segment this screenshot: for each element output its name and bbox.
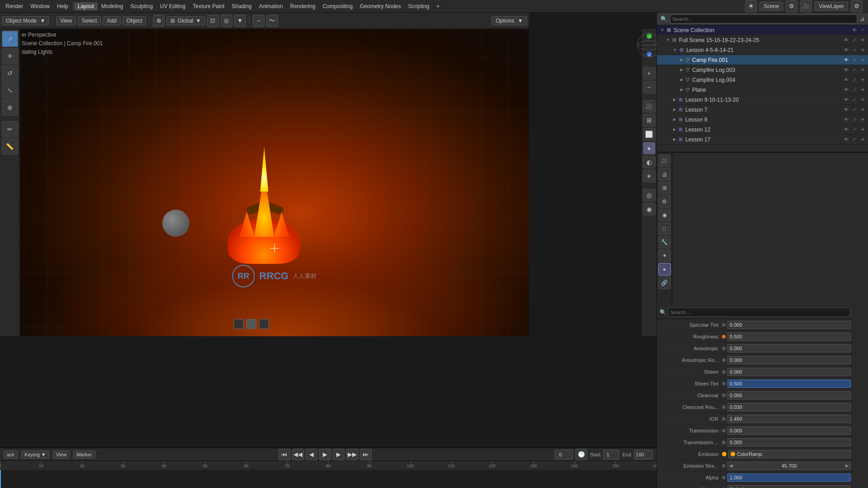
prop-anisotropic-value[interactable]: 0.000 <box>727 344 851 352</box>
rotate-tool-btn[interactable]: ↺ <box>2 65 18 81</box>
outliner-item-full-scene[interactable]: ▼ ⊞ Full Scene 15-16-19-22-23-24-25 👁 ✓ … <box>657 35 868 45</box>
prop-roughness-dot[interactable] <box>722 335 726 338</box>
prop-sheen-value[interactable]: 0.000 <box>727 368 851 376</box>
prop-tab-world[interactable]: ◉ <box>658 209 671 221</box>
lesson9-eye[interactable]: 👁 <box>843 96 850 103</box>
outliner-item-lesson-7[interactable]: ▶ ⊞ Lesson 7 👁 ✓ ☀ <box>657 105 868 115</box>
full-scene-check[interactable]: ✓ <box>851 37 858 44</box>
log004-render[interactable]: ☀ <box>859 76 866 84</box>
scene-props-icon[interactable]: 🎥 <box>800 0 812 12</box>
lesson17-check[interactable]: ✓ <box>851 136 858 143</box>
prop-roughness-value[interactable]: 0.500 <box>727 333 851 341</box>
outliner-item-lesson-8[interactable]: ▶ ⊞ Lesson 8 👁 ✓ ☀ <box>657 115 868 125</box>
shading-solid-btn[interactable]: ● <box>643 142 656 155</box>
scale-tool-btn[interactable]: ⤡ <box>2 82 18 99</box>
log003-eye[interactable]: 👁 <box>843 66 850 74</box>
menu-render[interactable]: Render <box>2 2 27 10</box>
scene-selector[interactable]: Scene <box>760 2 783 11</box>
full-scene-eye[interactable]: 👁 <box>843 37 850 44</box>
timeline-marker-btn[interactable]: Marker <box>73 450 95 459</box>
shading-material-btn[interactable]: ◐ <box>643 156 656 169</box>
prop-tab-scene[interactable]: ⚙ <box>658 195 671 208</box>
play-btn[interactable]: ▶ <box>319 449 331 460</box>
prop-emission-strength-dot[interactable] <box>722 464 726 468</box>
zoom-in-btn[interactable]: + <box>643 67 656 80</box>
prop-clearcoat-rou-value[interactable]: 0.030 <box>727 403 851 411</box>
viewlayer-selector[interactable]: ViewLayer <box>815 2 848 11</box>
lesson7-check[interactable]: ✓ <box>851 106 858 113</box>
scene-coll-exclude[interactable]: ✓ <box>859 27 866 34</box>
prop-transmission-rou-dot[interactable] <box>722 441 726 444</box>
log003-render[interactable]: ☀ <box>859 66 866 74</box>
prop-tab-output[interactable]: 🖨 <box>658 168 671 181</box>
3d-viewport[interactable]: RR RRCG 人人素材 <box>20 29 529 336</box>
plane-render[interactable]: ☀ <box>859 86 866 94</box>
outliner-item-lesson-4[interactable]: ▼ ⊞ Lesson 4-5-6-14-21 👁 ✓ ☀ <box>657 45 868 55</box>
timeline-body[interactable]: 0102030405060708090100110120130140150160 <box>0 461 656 488</box>
workspace-tab-animation[interactable]: Animation <box>255 2 287 10</box>
log003-check[interactable]: ✓ <box>851 66 858 74</box>
props-search-input[interactable] <box>668 308 850 317</box>
current-frame-input[interactable] <box>555 450 573 460</box>
prop-transmission-dot[interactable] <box>722 429 726 432</box>
prop-tab-object[interactable]: □ <box>658 222 671 235</box>
lesson8-check[interactable]: ✓ <box>851 116 858 123</box>
menu-window[interactable]: Window <box>27 2 53 10</box>
engine-icon[interactable]: ☀ <box>745 0 757 12</box>
select-menu-btn[interactable]: Select <box>78 16 101 25</box>
menu-help[interactable]: Help <box>53 2 72 10</box>
outliner-item-lesson-17[interactable]: ▶ ⊞ Lesson 17 👁 ✓ ☀ <box>657 135 868 145</box>
view-menu-btn[interactable]: View <box>56 16 76 25</box>
prop-emission-strength-field[interactable]: ◀ 45.700 ▶ <box>727 462 851 470</box>
object-menu-btn[interactable]: Object <box>123 16 146 25</box>
end-frame-input[interactable] <box>634 450 653 460</box>
next-keyframe-btn[interactable]: ▶▶ <box>346 449 358 460</box>
next-frame-btn[interactable]: ▶ <box>333 449 344 460</box>
path-btn[interactable]: 〜 <box>266 15 278 27</box>
clock-icon[interactable]: 🕐 <box>576 449 587 460</box>
proportional-btn[interactable]: ◎ <box>221 15 232 27</box>
workspace-tab-uv-editing[interactable]: UV Editing <box>156 2 189 10</box>
object-mode-btn[interactable]: Object Mode ▼ <box>2 16 49 25</box>
prop-normal-value[interactable]: Default <box>727 485 851 488</box>
emission-strength-dec-btn[interactable]: ◀ <box>728 462 734 469</box>
lesson8-render[interactable]: ☀ <box>859 116 866 123</box>
lesson17-render[interactable]: ☀ <box>859 136 866 143</box>
outliner-item-plane[interactable]: ▶ ▽ Plane 👁 ✓ ☀ <box>657 85 868 95</box>
prop-sheen-dot[interactable] <box>722 370 726 374</box>
shading-render-btn[interactable]: ☀ <box>643 170 656 183</box>
lesson12-eye[interactable]: 👁 <box>843 126 850 133</box>
lesson9-check[interactable]: ✓ <box>851 96 858 103</box>
prop-tab-material[interactable]: ● <box>658 263 671 276</box>
campfire-eye[interactable]: 👁 <box>843 56 850 64</box>
prev-frame-btn[interactable]: ◀ <box>306 449 317 460</box>
view-front-btn[interactable]: 🎥 <box>643 100 656 113</box>
measure-tool-btn[interactable]: 📏 <box>2 138 18 155</box>
outliner-item-lesson-9[interactable]: ▶ ⊞ Lesson 9-10-11-13-20 👁 ✓ ☀ <box>657 95 868 105</box>
workspace-tab-compositing[interactable]: Compositing <box>319 2 356 10</box>
move-transform-btn[interactable]: ↔ <box>253 15 264 27</box>
lesson8-eye[interactable]: 👁 <box>843 116 850 123</box>
prop-anisotropic-dot[interactable] <box>722 347 726 350</box>
prop-clearcoat-rou-dot[interactable] <box>722 405 726 409</box>
prop-emission-value[interactable]: ColorRamp <box>728 450 851 458</box>
outliner-filter-icon[interactable]: ⊿ <box>860 16 864 22</box>
lesson4-eye[interactable]: 👁 <box>843 47 850 54</box>
move-tool-btn[interactable]: ✛ <box>2 48 18 64</box>
select-tool-btn[interactable]: ↗ <box>2 31 18 47</box>
prop-transmission-rou-value[interactable]: 0.000 <box>727 438 851 446</box>
lesson17-eye[interactable]: 👁 <box>843 136 850 143</box>
jump-to-start-btn[interactable]: ⏮ <box>278 449 290 460</box>
prop-specular-tint-value[interactable]: 0.000 <box>727 321 851 329</box>
log004-eye[interactable]: 👁 <box>843 76 850 84</box>
jump-to-end-btn[interactable]: ⏭ <box>360 449 372 460</box>
campfire-check[interactable]: ✓ <box>851 56 858 64</box>
outliner-scene-collection[interactable]: ▼ ⊞ Scene Collection 👁 ✓ <box>657 25 868 35</box>
prop-sheen-tint-value[interactable]: 0.500 <box>727 380 851 388</box>
plane-eye[interactable]: 👁 <box>843 86 850 94</box>
workspace-tab-add[interactable]: + <box>433 2 443 10</box>
lesson4-check[interactable]: ✓ <box>851 47 858 54</box>
workspace-tab-geometry-nodes[interactable]: Geometry Nodes <box>356 2 405 10</box>
start-frame-input[interactable] <box>603 450 619 460</box>
prop-anisotropic-ro-dot[interactable] <box>722 358 726 362</box>
